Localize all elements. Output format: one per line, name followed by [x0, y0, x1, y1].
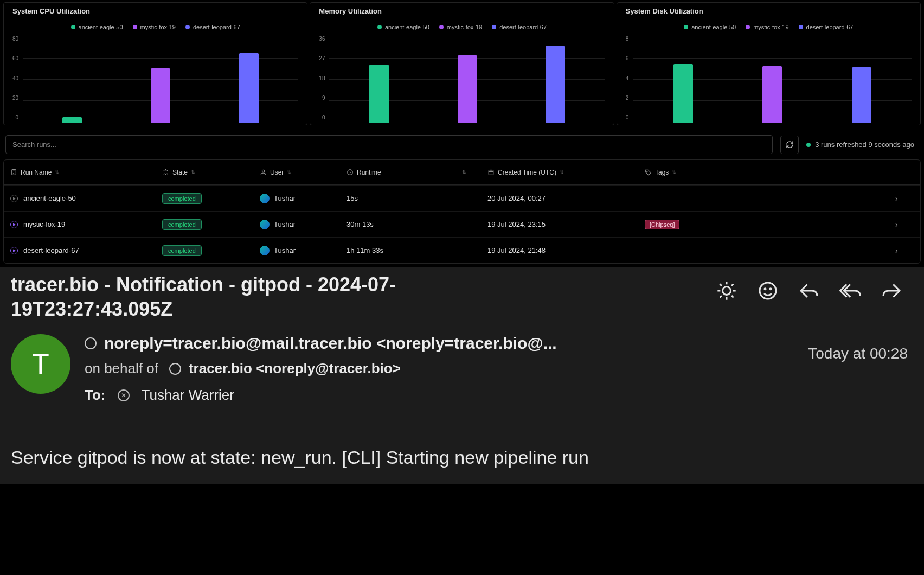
sort-icon: ⇅ [672, 170, 676, 175]
created-value: 19 Jul 2024, 23:15 [487, 220, 645, 228]
state-badge: completed [162, 219, 202, 230]
y-axis: 86420 [626, 36, 633, 123]
run-name: desert-leopard-67 [23, 246, 79, 254]
sort-icon: ⇅ [191, 170, 195, 175]
legend-item[interactable]: mystic-fox-19 [133, 24, 176, 30]
forward-icon[interactable] [881, 280, 902, 302]
col-user[interactable]: User⇅ [260, 169, 347, 176]
svg-point-4 [647, 171, 647, 171]
tag-icon [645, 169, 652, 176]
chart-bar [762, 66, 782, 123]
y-axis: 36271890 [319, 36, 329, 123]
legend-item[interactable]: desert-leopard-67 [185, 24, 240, 30]
table-row[interactable]: ▶mystic-fox-19completedTushar30m 13s19 J… [4, 211, 920, 237]
clock-icon [347, 169, 354, 176]
email-to: To: ✕ Tushar Warrier [85, 387, 794, 404]
legend-dot-icon [439, 25, 444, 29]
runs-toolbar: 3 runs refreshed 9 seconds ago [0, 125, 924, 159]
presence-ring-icon [169, 363, 181, 375]
legend-item[interactable]: mystic-fox-19 [746, 24, 788, 30]
sender-avatar: T [11, 334, 70, 394]
legend-dot-icon [71, 25, 75, 29]
legend-dot-icon [684, 25, 688, 29]
col-state[interactable]: State⇅ [162, 169, 260, 176]
state-badge: completed [162, 193, 202, 204]
user-avatar-icon [260, 220, 270, 229]
svg-rect-3 [489, 170, 493, 175]
svg-point-5 [723, 287, 731, 295]
refresh-status-text: 3 runs refreshed 9 seconds ago [815, 140, 914, 149]
chart-bars [633, 36, 912, 123]
legend-item[interactable]: ancient-eagle-50 [71, 24, 123, 30]
reply-all-icon[interactable] [839, 280, 861, 302]
legend-dot-icon [185, 25, 190, 29]
email-body: Service gitpod is now at state: new_run.… [11, 447, 913, 468]
legend-dot-icon [799, 25, 803, 29]
col-tags[interactable]: Tags⇅ [645, 169, 895, 176]
chart-bars [329, 36, 605, 123]
chart-legend: ancient-eagle-50mystic-fox-19desert-leop… [626, 24, 912, 30]
tag-chip[interactable]: [Chipseq] [645, 220, 679, 229]
user-avatar-icon [260, 194, 270, 203]
user-name: Tushar [274, 246, 296, 254]
svg-point-8 [770, 289, 771, 290]
runtime-value: 1h 11m 33s [347, 246, 487, 254]
reply-icon[interactable] [798, 280, 820, 302]
status-dot-icon [806, 143, 811, 147]
sort-icon: ⇅ [55, 170, 59, 175]
chart-bar [151, 68, 170, 123]
sort-icon: ⇅ [560, 170, 563, 175]
legend-item[interactable]: ancient-eagle-50 [684, 24, 736, 30]
chart-bar [546, 46, 565, 123]
legend-dot-icon [133, 25, 137, 29]
refresh-status: 3 runs refreshed 9 seconds ago [806, 140, 919, 149]
metrics-charts-row: System CPU Utilizationancient-eagle-50my… [0, 0, 924, 125]
chart-legend: ancient-eagle-50mystic-fox-19desert-leop… [12, 24, 298, 30]
user-avatar-icon [260, 246, 270, 255]
search-input[interactable] [5, 135, 773, 154]
refresh-button[interactable] [780, 136, 799, 154]
sun-icon[interactable] [716, 280, 737, 302]
runtime-value: 15s [347, 194, 487, 202]
chart-title: Memory Utilization [319, 7, 605, 15]
chevron-right-icon[interactable]: › [895, 246, 914, 255]
chart-bar [62, 117, 82, 123]
email-timestamp: Today at 00:28 [808, 334, 913, 362]
legend-item[interactable]: desert-leopard-67 [799, 24, 854, 30]
run-status-icon: ▶ [10, 247, 18, 254]
sort-icon: ⇅ [462, 170, 466, 175]
chevron-right-icon[interactable]: › [895, 194, 914, 203]
chevron-right-icon[interactable]: › [895, 220, 914, 229]
chart-panel: System Disk Utilizationancient-eagle-50m… [617, 2, 921, 125]
col-runtime[interactable]: Runtime ⇅ [347, 169, 487, 176]
runs-table: Run Name⇅ State⇅ User⇅ Runtime ⇅ Created… [3, 159, 921, 264]
table-row[interactable]: ▶ancient-eagle-50completedTushar15s20 Ju… [4, 185, 920, 211]
y-axis: 806040200 [12, 36, 23, 123]
remove-recipient-icon[interactable]: ✕ [118, 389, 130, 401]
legend-dot-icon [377, 25, 382, 29]
col-run-name[interactable]: Run Name⇅ [10, 169, 162, 176]
col-created[interactable]: Created Time (UTC)⇅ [487, 169, 645, 176]
table-row[interactable]: ▶desert-leopard-67completedTushar1h 11m … [4, 237, 920, 263]
chart-bar [673, 64, 693, 123]
user-icon [260, 169, 267, 176]
email-actions [716, 272, 913, 302]
email-from: noreply=tracer.bio@mail.tracer.bio <nore… [85, 334, 794, 353]
chart-bars [23, 36, 298, 123]
chart-panel: Memory Utilizationancient-eagle-50mystic… [310, 2, 614, 125]
chart-bar [369, 65, 389, 123]
user-name: Tushar [274, 194, 296, 202]
smile-icon[interactable] [757, 280, 779, 302]
legend-item[interactable]: ancient-eagle-50 [377, 24, 429, 30]
email-subject: tracer.bio - Notification - gitpod - 202… [11, 272, 499, 321]
state-badge: completed [162, 245, 202, 256]
user-name: Tushar [274, 220, 296, 228]
presence-ring-icon [85, 337, 97, 349]
legend-item[interactable]: mystic-fox-19 [439, 24, 482, 30]
legend-item[interactable]: desert-leopard-67 [492, 24, 547, 30]
chart-bar [458, 55, 477, 123]
created-value: 20 Jul 2024, 00:27 [487, 194, 645, 202]
svg-point-1 [262, 170, 264, 172]
sort-icon: ⇅ [287, 170, 291, 175]
chart-bar [852, 67, 871, 123]
